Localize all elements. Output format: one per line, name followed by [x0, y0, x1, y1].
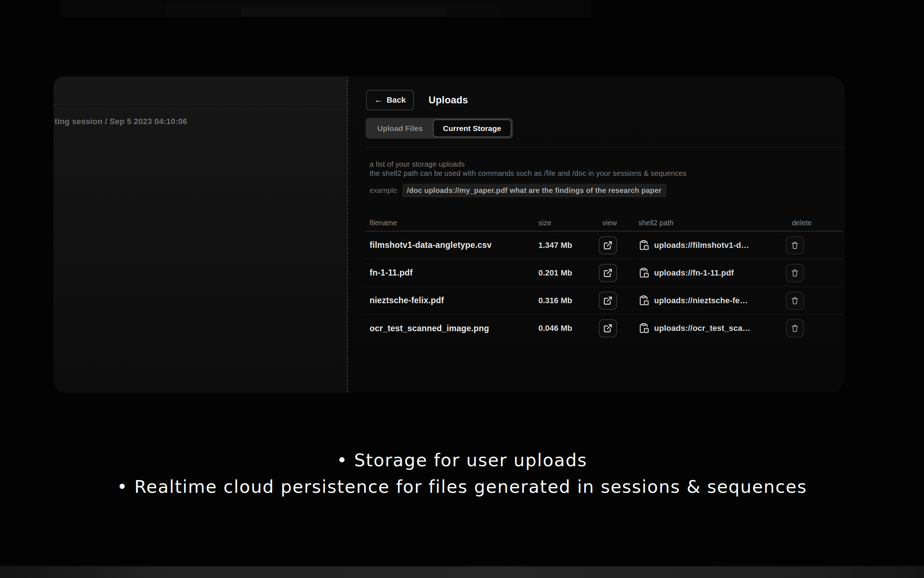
clipboard-copy-icon — [638, 323, 649, 334]
back-arrow-icon: ← — [374, 95, 383, 104]
copy-path-button[interactable]: uploads://filmshotv1-d… — [638, 240, 777, 251]
shell2-path-text: uploads://ocr_test_sca… — [654, 323, 751, 333]
example-row: example /doc uploads://my_paper.pdf what… — [370, 183, 843, 198]
clipboard-copy-icon — [638, 295, 649, 306]
file-size: 1.347 Mb — [538, 240, 599, 250]
example-command-chip: /doc uploads://my_paper.pdf what are the… — [402, 184, 667, 197]
file-name: filmshotv1-data-angletype.csv — [366, 240, 538, 250]
background-window-edge — [60, 0, 591, 17]
page-title: Uploads — [429, 95, 468, 106]
background-window-edge-segment — [242, 8, 446, 17]
table-row: filmshotv1-data-angletype.csv 1.347 Mb u… — [366, 232, 843, 259]
tabs-divider — [366, 148, 843, 148]
back-button[interactable]: ← Back — [366, 90, 414, 110]
clipboard-copy-icon — [638, 240, 649, 251]
external-link-icon — [603, 323, 613, 333]
copy-path-button[interactable]: uploads://fn-1-11.pdf — [638, 268, 777, 278]
sessions-panel-header — [53, 76, 347, 105]
storage-description: a list of your storage uploads the shell… — [370, 160, 843, 178]
uploads-table-body: filmshotv1-data-angletype.csv 1.347 Mb u… — [366, 232, 843, 342]
uploads-table: filename size view shell2 path delete fi… — [366, 215, 843, 342]
uploads-table-header: filename size view shell2 path delete — [366, 215, 843, 232]
header-view: view — [599, 219, 638, 227]
table-row: ocr_test_scanned_image.png 0.046 Mb uplo… — [366, 315, 843, 342]
table-row: nieztsche-felix.pdf 0.316 Mb uploads://n… — [366, 287, 843, 315]
file-size: 0.046 Mb — [538, 323, 599, 333]
external-link-icon — [603, 296, 613, 305]
background-bottom-bar — [0, 566, 924, 578]
file-size: 0.316 Mb — [538, 296, 599, 305]
clipboard-copy-icon — [638, 268, 649, 278]
shell2-path-text: uploads://fn-1-11.pdf — [654, 268, 734, 278]
session-list-item[interactable]: ting session / Sep 5 2023 04:10:06 — [53, 105, 347, 138]
session-label: ting session / Sep 5 2023 04:10:06 — [55, 117, 187, 126]
delete-file-button[interactable] — [786, 264, 804, 282]
external-link-icon — [603, 268, 613, 278]
caption-line-2: • Realtime cloud persistence for files g… — [0, 474, 924, 500]
trash-icon — [790, 296, 799, 305]
tab-current-storage[interactable]: Current Storage — [433, 119, 511, 137]
tab-upload-files[interactable]: Upload Files — [367, 119, 433, 137]
uploads-panel: ← Back Uploads Upload Files Current Stor… — [348, 76, 845, 392]
storage-description-line2: the shell2 path can be used with command… — [370, 169, 843, 178]
delete-file-button[interactable] — [786, 319, 804, 338]
storage-description-line1: a list of your storage uploads — [370, 160, 843, 169]
example-label: example — [370, 186, 397, 195]
caption-line-1: • Storage for user uploads — [0, 447, 924, 474]
storage-tabs: Upload Files Current Storage — [366, 118, 513, 139]
view-file-button[interactable] — [599, 236, 617, 255]
shell2-path-text: uploads://filmshotv1-d… — [654, 240, 749, 250]
header-shell2-path: shell2 path — [638, 219, 777, 227]
header-filename: filename — [366, 219, 538, 227]
back-button-label: Back — [387, 95, 406, 105]
delete-file-button[interactable] — [786, 292, 804, 310]
trash-icon — [790, 324, 799, 333]
shell2-path-text: uploads://nieztsche-fe… — [654, 296, 748, 305]
copy-path-button[interactable]: uploads://ocr_test_sca… — [638, 323, 777, 334]
file-name: ocr_test_scanned_image.png — [366, 323, 538, 333]
view-file-button[interactable] — [599, 292, 617, 310]
file-name: fn-1-11.pdf — [366, 268, 538, 278]
app-window: ting session / Sep 5 2023 04:10:06 ← Bac… — [53, 76, 845, 392]
uploads-panel-header: ← Back Uploads — [366, 90, 843, 110]
view-file-button[interactable] — [599, 264, 617, 282]
trash-icon — [790, 269, 799, 278]
header-delete: delete — [777, 219, 843, 227]
delete-file-button[interactable] — [786, 236, 804, 255]
file-name: nieztsche-felix.pdf — [366, 295, 538, 305]
file-size: 0.201 Mb — [538, 268, 599, 278]
external-link-icon — [603, 240, 613, 250]
slide-captions: • Storage for user uploads • Realtime cl… — [0, 447, 924, 500]
header-size: size — [538, 219, 599, 227]
copy-path-button[interactable]: uploads://nieztsche-fe… — [638, 295, 777, 306]
table-row: fn-1-11.pdf 0.201 Mb uploads://fn-1-11.p… — [366, 259, 843, 287]
sessions-panel: ting session / Sep 5 2023 04:10:06 — [53, 76, 348, 392]
view-file-button[interactable] — [599, 319, 617, 338]
trash-icon — [790, 241, 799, 250]
